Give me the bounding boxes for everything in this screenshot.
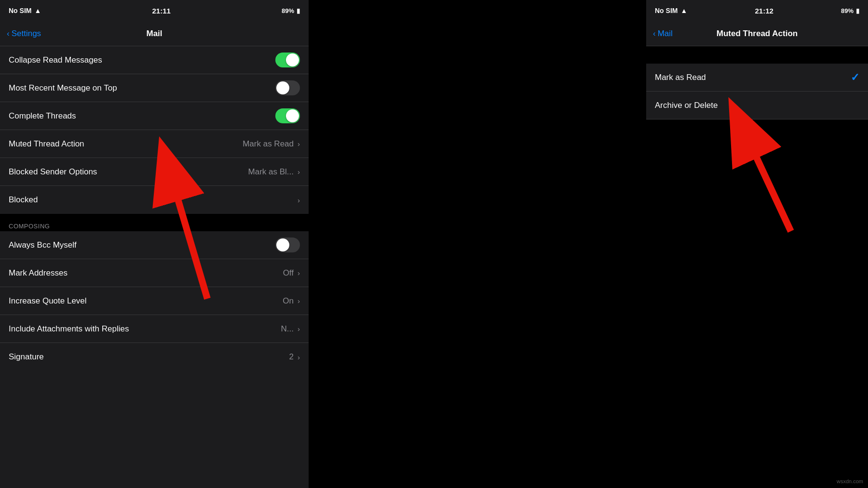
row-collapse-read[interactable]: Collapse Read Messages: [0, 46, 309, 74]
right-back-button[interactable]: ‹ Mail: [653, 29, 673, 39]
blocked-sender-value: Mark as Bl...: [248, 167, 294, 177]
right-status-left: No SIM ▲: [655, 7, 687, 14]
right-time: 21:12: [755, 7, 773, 15]
option-mark-as-read[interactable]: Mark as Read ✓: [646, 64, 868, 92]
signature-chevron-icon: ›: [298, 353, 300, 361]
middle-area: [309, 0, 564, 488]
watermark-text: wsxdn.com: [837, 478, 863, 484]
blocked-chevron-icon: ›: [298, 196, 300, 204]
carrier-label: No SIM: [9, 7, 31, 14]
row-blocked-sender[interactable]: Blocked Sender Options Mark as Bl... ›: [0, 158, 309, 186]
row-muted-thread[interactable]: Muted Thread Action Mark as Read ›: [0, 130, 309, 158]
left-status-right: 89% ▮: [282, 7, 300, 14]
mark-addresses-label: Mark Addresses: [9, 268, 283, 278]
archive-or-delete-label: Archive or Delete: [655, 101, 859, 110]
right-battery-label: 89%: [841, 7, 854, 14]
increase-quote-value: On: [283, 296, 294, 306]
complete-threads-thumb: [286, 109, 299, 122]
signature-value: 2: [289, 352, 294, 362]
always-bcc-toggle[interactable]: [275, 237, 300, 252]
composing-section-header: COMPOSING: [0, 214, 309, 234]
back-label[interactable]: Settings: [12, 29, 41, 39]
battery-icon: ▮: [297, 7, 300, 14]
mark-as-read-checkmark-icon: ✓: [851, 71, 859, 84]
right-back-chevron-icon: ‹: [653, 29, 656, 39]
left-status-left: No SIM ▲: [9, 7, 41, 14]
collapse-read-label: Collapse Read Messages: [9, 55, 275, 65]
blocked-label: Blocked: [9, 195, 298, 205]
always-bcc-thumb: [276, 238, 289, 251]
include-attachments-label: Include Attachments with Replies: [9, 324, 281, 334]
row-blocked[interactable]: Blocked ›: [0, 186, 309, 214]
left-status-bar: No SIM ▲ 21:11 89% ▮: [0, 0, 309, 21]
mark-addresses-chevron-icon: ›: [298, 269, 300, 277]
right-status-bar: No SIM ▲ 21:12 89% ▮: [646, 0, 868, 21]
right-dark-fill: [646, 119, 868, 488]
right-status-right: 89% ▮: [841, 7, 859, 14]
row-signature[interactable]: Signature 2 ›: [0, 343, 309, 371]
left-back-button[interactable]: ‹ Settings: [7, 29, 41, 39]
complete-threads-label: Complete Threads: [9, 111, 275, 121]
collapse-read-toggle[interactable]: [275, 53, 300, 67]
right-wifi-icon: ▲: [680, 7, 687, 14]
muted-thread-value: Mark as Read: [243, 139, 294, 149]
left-nav-bar: ‹ Settings Mail: [0, 21, 309, 46]
wifi-icon: ▲: [34, 7, 41, 14]
right-back-label[interactable]: Mail: [658, 29, 673, 39]
always-bcc-label: Always Bcc Myself: [9, 240, 275, 250]
row-most-recent[interactable]: Most Recent Message on Top: [0, 74, 309, 102]
right-phone: No SIM ▲ 21:12 89% ▮ ‹ Mail Muted Thread…: [646, 0, 868, 488]
left-nav-title: Mail: [146, 29, 162, 39]
right-carrier-label: No SIM: [655, 7, 678, 14]
mark-as-read-label: Mark as Read: [655, 73, 851, 82]
blocked-sender-label: Blocked Sender Options: [9, 167, 248, 177]
row-complete-threads[interactable]: Complete Threads: [0, 102, 309, 130]
row-increase-quote[interactable]: Increase Quote Level On ›: [0, 287, 309, 315]
signature-label: Signature: [9, 352, 289, 362]
right-options-list: Mark as Read ✓ Archive or Delete: [646, 64, 868, 119]
include-attachments-chevron-icon: ›: [298, 325, 300, 333]
most-recent-toggle[interactable]: [275, 80, 300, 95]
row-always-bcc[interactable]: Always Bcc Myself: [0, 231, 309, 259]
row-mark-addresses[interactable]: Mark Addresses Off ›: [0, 259, 309, 287]
battery-label: 89%: [282, 7, 294, 14]
complete-threads-toggle[interactable]: [275, 108, 300, 123]
left-time: 21:11: [152, 7, 170, 15]
right-battery-icon: ▮: [856, 7, 859, 14]
composing-list: Always Bcc Myself Mark Addresses Off › I…: [0, 231, 309, 371]
increase-quote-chevron-icon: ›: [298, 297, 300, 305]
collapse-read-thumb: [286, 53, 299, 66]
muted-thread-chevron-icon: ›: [298, 140, 300, 148]
left-phone: No SIM ▲ 21:11 89% ▮ ‹ Settings Mail Col…: [0, 0, 309, 488]
back-chevron-icon: ‹: [7, 29, 10, 39]
increase-quote-label: Increase Quote Level: [9, 296, 283, 306]
most-recent-thumb: [276, 81, 289, 94]
blocked-sender-chevron-icon: ›: [298, 168, 300, 176]
right-nav-bar: ‹ Mail Muted Thread Action: [646, 21, 868, 46]
option-archive-or-delete[interactable]: Archive or Delete: [646, 92, 868, 119]
muted-thread-label: Muted Thread Action: [9, 139, 243, 149]
most-recent-label: Most Recent Message on Top: [9, 83, 275, 93]
right-nav-title: Muted Thread Action: [717, 29, 798, 39]
row-include-attachments[interactable]: Include Attachments with Replies N... ›: [0, 315, 309, 343]
left-settings-list: Collapse Read Messages Most Recent Messa…: [0, 46, 309, 214]
composing-separator: COMPOSING: [0, 214, 309, 231]
include-attachments-value: N...: [281, 324, 294, 334]
mark-addresses-value: Off: [283, 268, 294, 278]
right-header-strip: [646, 46, 868, 64]
